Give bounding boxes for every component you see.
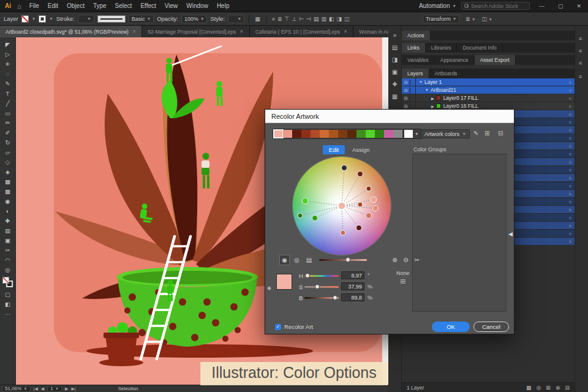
chevron-down-icon[interactable]: ▼ xyxy=(32,17,36,21)
close-button[interactable]: ✕ xyxy=(572,0,586,12)
collect-for-export-icon[interactable]: ▦ xyxy=(526,385,532,391)
target-icon[interactable]: ○ xyxy=(566,168,575,172)
eyedropper-tool[interactable]: ◉ xyxy=(1,196,15,206)
close-icon[interactable]: ✕ xyxy=(239,29,243,34)
target-icon[interactable]: ○ xyxy=(566,96,575,100)
symbol-sprayer-tool[interactable]: ✚ xyxy=(1,216,15,225)
artwork-swatch[interactable] xyxy=(347,130,356,138)
target-icon[interactable]: ○ xyxy=(566,224,575,228)
new-layer-icon[interactable]: ⊕ xyxy=(556,385,560,391)
color-bars-icon[interactable]: ▤ xyxy=(304,255,314,265)
menu-view[interactable]: View xyxy=(160,0,183,12)
brightness-value[interactable]: 89,8 xyxy=(341,293,364,301)
align-icon[interactable]: ▤ xyxy=(312,16,320,22)
segmented-wheel-icon[interactable]: ◎ xyxy=(292,255,301,265)
panel-menu-icon[interactable]: ≡ xyxy=(579,74,582,80)
hue-slider[interactable] xyxy=(304,275,339,277)
workspace-icon[interactable]: ◫ ▼ xyxy=(482,16,492,22)
draw-mode-icon[interactable]: ▢ xyxy=(1,289,15,299)
saturation-thumb[interactable] xyxy=(315,284,320,289)
add-color-icon[interactable]: ⊕ xyxy=(390,255,399,265)
artwork-swatch[interactable] xyxy=(356,130,366,138)
target-icon[interactable]: ○ xyxy=(566,88,575,92)
more-tools-icon[interactable]: ⋯ xyxy=(1,309,15,318)
symbols-panel-icon[interactable]: ▦ xyxy=(392,93,398,100)
opacity-dropdown[interactable]: 100%▼ xyxy=(181,15,207,23)
transform-dropdown[interactable]: Transform▼ xyxy=(423,15,459,23)
expand-arrow-icon[interactable]: ▶ xyxy=(429,96,436,100)
brightness-value-slider[interactable] xyxy=(304,297,339,299)
blend-tool[interactable]: ◐ xyxy=(1,206,15,216)
visibility-eye-icon[interactable]: ⊙ xyxy=(402,80,410,85)
layer-row[interactable]: ⊙▼Artboard21○ xyxy=(402,86,575,94)
style-dropdown[interactable]: ▼ xyxy=(228,15,244,23)
artwork-swatch[interactable] xyxy=(283,130,292,138)
unlink-harmony-icon[interactable]: ✂ xyxy=(412,255,421,265)
visibility-eye-icon[interactable]: ⊙ xyxy=(402,96,410,101)
tab-libraries[interactable]: Libraries xyxy=(426,43,458,53)
target-icon[interactable]: ○ xyxy=(566,208,575,212)
lasso-tool[interactable]: ◌ xyxy=(1,69,15,78)
document-tab[interactable]: 62-Marriage Proposal [Converted].eps✕ xyxy=(142,26,249,37)
chevron-down-icon[interactable]: ▼ xyxy=(49,17,53,21)
smooth-wheel-icon[interactable]: ◉ xyxy=(280,255,289,265)
hand-tool[interactable]: ◠ xyxy=(1,255,15,265)
zoom-dropdown[interactable]: 51,06%▼ xyxy=(2,386,31,392)
close-icon[interactable]: ✕ xyxy=(132,29,136,34)
artwork-swatch[interactable] xyxy=(329,130,338,138)
tab-edit[interactable]: Edit xyxy=(323,145,345,154)
lock-cell[interactable] xyxy=(410,86,416,94)
panel-menu-icon[interactable]: ≡ xyxy=(579,48,582,54)
brushes-panel-icon[interactable]: ✚ xyxy=(392,81,397,88)
close-icon[interactable]: ✕ xyxy=(344,29,347,34)
stock-search[interactable] xyxy=(461,2,530,10)
stroke-color-swatch[interactable] xyxy=(39,15,46,23)
expand-arrow-icon[interactable]: ▼ xyxy=(417,80,424,84)
panel-menu-icon[interactable]: ≡ xyxy=(579,60,582,66)
target-icon[interactable]: ○ xyxy=(566,128,575,132)
target-icon[interactable]: ○ xyxy=(566,112,575,116)
target-icon[interactable]: ○ xyxy=(566,80,575,85)
document-tab[interactable]: Cafetaria ( EPS 10 ) [Converted].eps✕ xyxy=(250,26,354,37)
zoom-tool[interactable]: ◎ xyxy=(1,265,15,274)
restore-button[interactable]: ▢ xyxy=(554,0,568,12)
artwork-swatch[interactable] xyxy=(338,130,347,138)
menu-help[interactable]: Help xyxy=(213,0,234,12)
prev-artboard-icon[interactable]: ◀ xyxy=(41,386,44,391)
layer-row[interactable]: ⊙▶Layer0 17 FILL○ xyxy=(402,94,575,102)
tab-document-info[interactable]: Document Info xyxy=(457,43,502,53)
target-icon[interactable]: ○ xyxy=(566,176,575,180)
saturation-value[interactable]: 37,99 xyxy=(341,282,364,290)
panel-options-icon[interactable]: ≣ ▼ xyxy=(466,16,475,22)
target-icon[interactable]: ○ xyxy=(566,144,575,148)
color-panel-icon[interactable]: ◨ xyxy=(392,56,398,63)
collapse-panels-icon[interactable]: » xyxy=(393,32,397,39)
saturation-slider[interactable] xyxy=(304,286,339,288)
target-icon[interactable]: ○ xyxy=(566,136,575,140)
color-wheel[interactable] xyxy=(293,157,391,255)
align-icon[interactable]: ▥ xyxy=(320,16,328,22)
artboard-nav-dropdown[interactable]: 1▼ xyxy=(47,386,62,392)
artboard-tool[interactable]: ▣ xyxy=(1,235,15,245)
new-sublayer-icon[interactable]: ⊞ xyxy=(546,385,551,391)
pencil-tool[interactable]: ✐ xyxy=(1,127,15,137)
recolor-art-checkbox[interactable]: ✓ Recolor Art xyxy=(275,323,313,330)
dialog-titlebar[interactable]: Recolor Artwork xyxy=(265,110,514,123)
artwork-swatch[interactable] xyxy=(301,130,311,138)
artwork-swatch[interactable] xyxy=(292,130,301,138)
visibility-eye-icon[interactable]: ⊙ xyxy=(402,104,410,109)
white-swatch[interactable] xyxy=(404,130,413,138)
panel-menu-icon[interactable]: ≡ xyxy=(579,36,582,42)
artwork-swatch[interactable] xyxy=(366,130,375,138)
menu-object[interactable]: Object xyxy=(62,0,89,12)
target-icon[interactable]: ○ xyxy=(566,232,575,236)
target-icon[interactable]: ○ xyxy=(566,152,575,156)
align-icon[interactable]: ⊢ xyxy=(298,16,305,22)
menu-file[interactable]: File xyxy=(25,0,43,12)
target-icon[interactable]: ○ xyxy=(566,160,575,164)
hue-thumb[interactable] xyxy=(305,273,310,278)
visibility-eye-icon[interactable]: ⊙ xyxy=(402,88,410,93)
rectangle-tool[interactable]: ▭ xyxy=(1,108,15,118)
stroke-weight-dropdown[interactable]: ▼ xyxy=(78,15,94,23)
selection-tool[interactable]: ◤ xyxy=(1,39,15,49)
